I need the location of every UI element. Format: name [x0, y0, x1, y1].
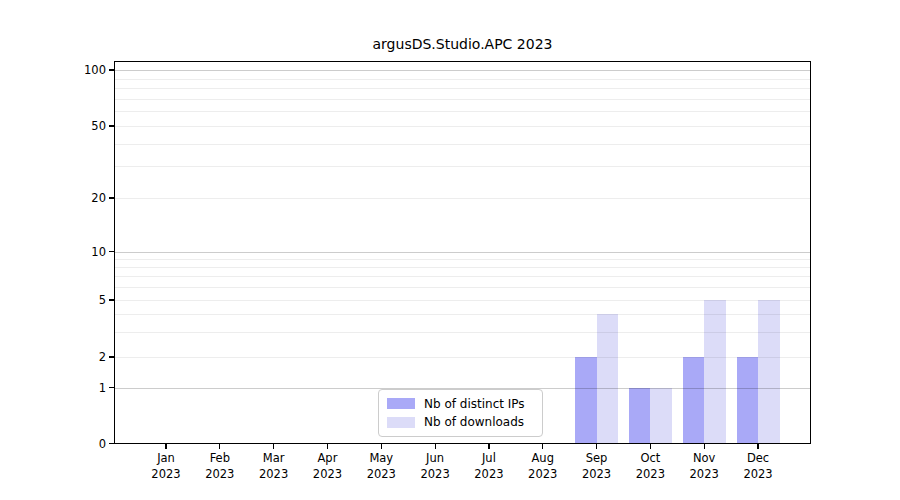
- y-tick-mark-1: [109, 387, 114, 388]
- x-tick-month: Oct: [620, 450, 680, 466]
- x-tick-mark-jun: [435, 444, 436, 449]
- gridline-minor-9: [115, 259, 810, 260]
- x-tick-year: 2023: [244, 466, 304, 482]
- gridline-minor-2: [115, 357, 810, 358]
- legend-item-distinct-ips: Nb of distinct IPs: [387, 397, 542, 411]
- gridline-minor-50: [115, 126, 810, 127]
- y-tick-label-100: 100: [0, 63, 106, 77]
- bar-downloads-sep: [597, 314, 619, 443]
- gridline-minor-80: [115, 88, 810, 89]
- x-tick-year: 2023: [351, 466, 411, 482]
- gridline-minor-7: [115, 276, 810, 277]
- legend-item-downloads: Nb of downloads: [387, 415, 542, 429]
- y-tick-mark-20: [109, 197, 114, 198]
- gridline-minor-8: [115, 267, 810, 268]
- chart-title: argusDS.Studio.APC 2023: [114, 36, 811, 52]
- gridline-major-100: [115, 70, 810, 71]
- y-tick-mark-0: [109, 443, 114, 444]
- x-tick-mark-mar: [273, 444, 274, 449]
- gridline-minor-70: [115, 99, 810, 100]
- x-tick-mark-oct: [650, 444, 651, 449]
- x-tick-mark-aug: [542, 444, 543, 449]
- x-tick-mark-jan: [165, 444, 166, 449]
- bar-downloads-oct: [650, 388, 672, 444]
- legend-label-downloads: Nb of downloads: [424, 415, 524, 429]
- x-tick-year: 2023: [459, 466, 519, 482]
- x-tick-month: Dec: [728, 450, 788, 466]
- figure: argusDS.Studio.APC 2023 Nb of distinct I…: [0, 0, 900, 500]
- x-tick-mark-jul: [488, 444, 489, 449]
- x-tick-month: Jun: [405, 450, 465, 466]
- gridline-minor-4: [115, 314, 810, 315]
- x-tick-year: 2023: [674, 466, 734, 482]
- bar-distinct-ips-dec: [737, 357, 759, 443]
- x-tick-mark-dec: [757, 444, 758, 449]
- x-tick-label-jul: Jul2023: [459, 450, 519, 482]
- x-tick-label-feb: Feb2023: [190, 450, 250, 482]
- x-tick-year: 2023: [190, 466, 250, 482]
- x-tick-month: Nov: [674, 450, 734, 466]
- x-tick-year: 2023: [728, 466, 788, 482]
- x-tick-label-dec: Dec2023: [728, 450, 788, 482]
- y-tick-mark-100: [109, 69, 114, 70]
- x-tick-mark-may: [381, 444, 382, 449]
- x-tick-year: 2023: [620, 466, 680, 482]
- gridline-minor-60: [115, 111, 810, 112]
- x-tick-month: Jul: [459, 450, 519, 466]
- x-tick-label-sep: Sep2023: [567, 450, 627, 482]
- x-tick-mark-sep: [596, 444, 597, 449]
- bar-distinct-ips-sep: [575, 357, 597, 443]
- x-tick-year: 2023: [297, 466, 357, 482]
- x-tick-label-jan: Jan2023: [136, 450, 196, 482]
- gridline-minor-90: [115, 79, 810, 80]
- legend-label-distinct-ips: Nb of distinct IPs: [424, 397, 525, 411]
- x-tick-mark-apr: [327, 444, 328, 449]
- legend-swatch-downloads: [387, 417, 415, 428]
- y-tick-label-0: 0: [0, 437, 106, 451]
- x-tick-year: 2023: [136, 466, 196, 482]
- bar-downloads-nov: [704, 300, 726, 443]
- y-tick-label-5: 5: [0, 293, 106, 307]
- x-tick-label-oct: Oct2023: [620, 450, 680, 482]
- plot-area: [114, 61, 811, 444]
- y-tick-label-50: 50: [0, 119, 106, 133]
- gridline-minor-40: [115, 144, 810, 145]
- gridline-minor-30: [115, 166, 810, 167]
- x-tick-label-may: May2023: [351, 450, 411, 482]
- x-tick-mark-nov: [704, 444, 705, 449]
- x-tick-year: 2023: [567, 466, 627, 482]
- y-tick-label-10: 10: [0, 245, 106, 259]
- bar-distinct-ips-oct: [629, 388, 651, 444]
- y-tick-mark-5: [109, 299, 114, 300]
- x-tick-label-jun: Jun2023: [405, 450, 465, 482]
- x-tick-month: Jan: [136, 450, 196, 466]
- legend-swatch-distinct-ips: [387, 398, 415, 409]
- gridline-minor-5: [115, 300, 810, 301]
- x-tick-month: Apr: [297, 450, 357, 466]
- x-tick-month: Sep: [567, 450, 627, 466]
- gridline-minor-20: [115, 198, 810, 199]
- y-tick-label-2: 2: [0, 350, 106, 364]
- gridline-major-10: [115, 252, 810, 253]
- x-tick-month: Aug: [513, 450, 573, 466]
- y-tick-mark-50: [109, 125, 114, 126]
- x-tick-year: 2023: [513, 466, 573, 482]
- x-tick-month: May: [351, 450, 411, 466]
- bar-distinct-ips-nov: [683, 357, 705, 443]
- x-tick-label-nov: Nov2023: [674, 450, 734, 482]
- y-tick-label-20: 20: [0, 191, 106, 205]
- x-tick-label-apr: Apr2023: [297, 450, 357, 482]
- y-tick-mark-2: [109, 356, 114, 357]
- x-tick-label-mar: Mar2023: [244, 450, 304, 482]
- x-tick-year: 2023: [405, 466, 465, 482]
- gridline-minor-3: [115, 332, 810, 333]
- y-tick-mark-10: [109, 251, 114, 252]
- legend: Nb of distinct IPs Nb of downloads: [378, 389, 543, 437]
- gridline-minor-6: [115, 287, 810, 288]
- bar-downloads-dec: [758, 300, 780, 443]
- y-tick-label-1: 1: [0, 381, 106, 395]
- x-tick-month: Feb: [190, 450, 250, 466]
- x-tick-mark-feb: [219, 444, 220, 449]
- x-tick-label-aug: Aug2023: [513, 450, 573, 482]
- x-tick-month: Mar: [244, 450, 304, 466]
